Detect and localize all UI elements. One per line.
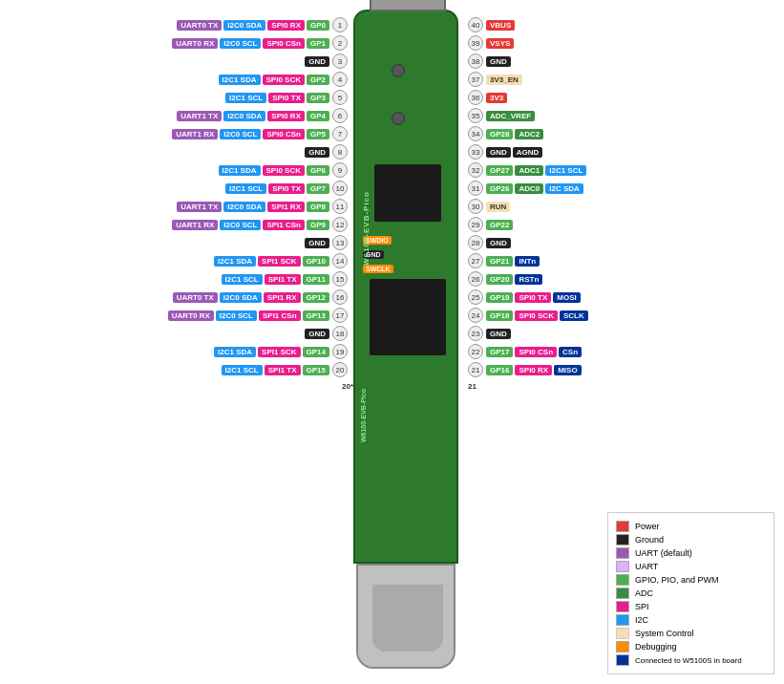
miso-badge: MISO	[554, 365, 581, 375]
legend-item-debug: Debugging	[616, 641, 766, 652]
legend-color-debug	[616, 641, 629, 652]
gp9-badge: GP9	[307, 220, 329, 230]
legend-item-adc: ADC	[616, 588, 766, 599]
pin28-num: 28	[468, 235, 483, 250]
pin-row-38: 38 GND	[466, 53, 752, 69]
gnd-13-badge: GND	[305, 238, 329, 248]
spi0tx-25-badge: SPI0 TX	[515, 292, 551, 303]
i2c0scl-1-badge: I2C0 SCL	[220, 38, 261, 49]
legend-label-adc: ADC	[635, 588, 653, 598]
pin8-num: 8	[332, 144, 348, 160]
pin38-num: 38	[468, 53, 483, 69]
i2c0scl-17-badge: I2C0 SCL	[216, 310, 257, 321]
vbus-badge: VBUS	[486, 20, 515, 31]
uart1rx-12-badge: UART1 RX	[172, 220, 218, 230]
pin23-num: 23	[468, 326, 483, 341]
pin10-num: 10	[332, 181, 348, 196]
pin-row-2: UART0 RX I2C0 SCL SPI0 CSn GP1 2	[11, 35, 350, 51]
pin29-num: 29	[468, 217, 483, 232]
pin-row-24: 24 GP18 SPI0 SCK SCLK	[466, 308, 752, 323]
pin-row-6: UART1 TX I2C0 SDA SPI0 RX GP4 6	[11, 108, 350, 123]
legend-label-gpio: GPIO, PIO, and PWM	[635, 575, 719, 585]
pin21-num: 21	[468, 362, 483, 377]
legend-label-spi: SPI	[635, 602, 649, 611]
legend-item-i2c: I2C	[616, 614, 766, 626]
pin24-num: 24	[468, 308, 483, 323]
pin-row-31: 31 GP26 ADC0 I2C SDA	[466, 181, 752, 196]
pin39-num: 39	[468, 35, 483, 51]
i2c1scl-32-badge: I2C1 SCL	[545, 165, 586, 176]
gnd-3-badge: GND	[305, 56, 329, 67]
usb-bottom	[356, 564, 456, 669]
pin20-bottom-label: 20*	[342, 382, 353, 391]
gnd-18-badge: GND	[305, 329, 329, 339]
gp7-badge: GP7	[307, 183, 329, 194]
legend-color-adc	[616, 588, 629, 599]
gp22-badge: GP22	[486, 220, 513, 230]
legend-color-sysctrl	[616, 628, 629, 639]
i2c0sda-11-badge: I2C0 SDA	[223, 202, 265, 212]
legend-label-w5100s: Connected to W5100S in board	[635, 656, 742, 665]
pin32-num: 32	[468, 162, 483, 178]
i2c1scl-15-badge: I2C1 SCL	[222, 274, 263, 285]
spi1sck-14-badge: SPI1 SCK	[258, 256, 300, 267]
spi0csn-7-badge: SPI0 CSn	[263, 129, 305, 139]
pin-row-30: 30 RUN	[466, 199, 752, 214]
uart1rx-7-badge: UART1 RX	[172, 129, 218, 139]
gp19-badge: GP19	[486, 292, 513, 303]
legend-color-gpio	[616, 574, 629, 586]
gp10-badge: GP10	[303, 256, 329, 267]
legend-label-ground: Ground	[635, 535, 664, 545]
gp3-badge: GP3	[307, 93, 329, 103]
spi0sck-24-badge: SPI0 SCK	[515, 310, 557, 321]
spi1rx-16-badge: SPI1 RX	[264, 292, 301, 303]
pin-row-13: GND 13	[11, 235, 350, 250]
sclk-badge: SCLK	[560, 310, 588, 321]
spi0csn-22-badge: SPI0 CSn	[515, 347, 557, 357]
intn-badge: INTn	[515, 256, 540, 267]
gnd-33-badge: GND	[486, 147, 511, 158]
pin-row-33: 33 GND AGND	[466, 144, 752, 160]
gnd-38-badge: GND	[486, 56, 511, 67]
pin-row-3: GND 3	[11, 53, 350, 69]
gnd-28-badge: GND	[486, 238, 511, 248]
legend-color-i2c	[616, 614, 629, 626]
pin-row-22: 22 GP17 SPI0 CSn CSn	[466, 344, 752, 359]
pin-row-21: 21 GP16 SPI0 RX MISO	[466, 362, 752, 377]
spi0tx-badge: SPI0 TX	[268, 93, 305, 103]
legend-item-uart-default: UART (default)	[616, 547, 766, 559]
pin-row-39: 39 VSYS	[466, 35, 752, 51]
pin19-num: 19	[332, 344, 348, 359]
pin-row-32: 32 GP27 ADC1 I2C1 SCL	[466, 162, 752, 178]
pin31-num: 31	[468, 181, 483, 196]
pin9-num: 9	[332, 162, 348, 178]
gnd-8-badge: GND	[305, 147, 329, 158]
i2csda-31-badge: I2C SDA	[545, 183, 583, 194]
gp6-badge: GP6	[307, 165, 329, 176]
spi0csn-1-badge: SPI0 CSn	[263, 38, 305, 49]
spi1csn-17-badge: SPI1 CSn	[259, 310, 301, 321]
pin-row-34: 34 GP28 ADC2	[466, 126, 752, 141]
spi0sck-9-badge: SPI0 SCK	[263, 165, 305, 176]
uart1tx-6-badge: UART1 TX	[177, 111, 222, 121]
gp16-badge: GP16	[486, 365, 513, 375]
pin-row-12: UART1 RX I2C0 SCL SPI1 CSn GP9 12	[11, 217, 350, 232]
gp13-badge: GP13	[303, 310, 329, 321]
i2c0sda-16-badge: I2C0 SDA	[220, 292, 262, 303]
gp5-badge: GP5	[307, 129, 329, 139]
i2c1sda-9-badge: I2C1 SDA	[219, 165, 261, 176]
pin-row-7: UART1 RX I2C0 SCL SPI0 CSn GP5 7	[11, 126, 350, 141]
legend-label-uart: UART	[635, 562, 658, 571]
i2c0scl-12-badge: I2C0 SCL	[220, 220, 261, 230]
legend-item-gpio: GPIO, PIO, and PWM	[616, 574, 766, 586]
gnd-23-badge: GND	[486, 329, 511, 339]
pin12-num: 12	[332, 217, 348, 232]
gp11-badge: GP11	[303, 274, 329, 285]
gp1-badge: GP1	[307, 38, 329, 49]
pin37-num: 37	[468, 72, 483, 87]
legend-item-sysctrl: System Control	[616, 628, 766, 639]
legend-color-uart	[616, 561, 629, 572]
diagram-container: SWDIO GND SWCLK W6100-EVB-Pico UART0 TX …	[0, 0, 784, 684]
pin-row-9: I2C1 SDA SPI0 SCK GP6 9	[11, 162, 350, 178]
csn-badge: CSn	[559, 347, 582, 357]
